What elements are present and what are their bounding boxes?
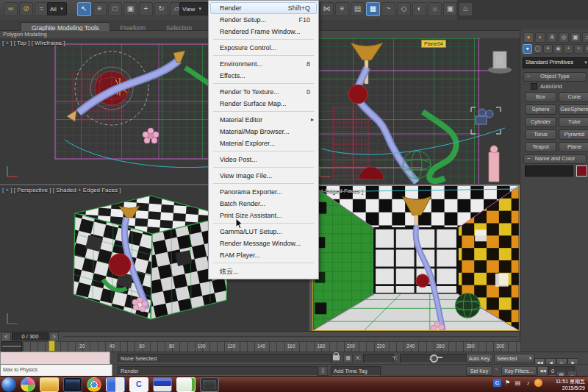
menu-item-gamma-lut-setup[interactable]: Gamma/LUT Setup... (210, 226, 317, 238)
utilities-tab-icon[interactable]: ⌂ (582, 32, 588, 43)
menu-item-panorama-exporter[interactable]: Panorama Exporter... (210, 186, 317, 198)
taskbar-app-pinwheel[interactable] (21, 377, 35, 392)
menu-item-rendered-frame-window[interactable]: Rendered Frame Window... (210, 26, 317, 38)
tray-icon-volume[interactable]: ♪ (524, 379, 532, 387)
material-editor-icon[interactable]: ◐ (412, 2, 426, 16)
rectangular-selection-region-icon[interactable]: □ (108, 2, 122, 16)
unlink-selection-icon[interactable]: ⊘ (19, 2, 33, 16)
object-type-rollout[interactable]: −Object Type (523, 72, 587, 82)
menu-item-exposure-control[interactable]: Exposure Control... (210, 42, 317, 54)
lights-icon[interactable]: ☀ (543, 44, 553, 54)
absolute-offset-mode-icon[interactable]: ▦ (343, 354, 353, 363)
taskbar-app-chrome[interactable] (87, 377, 101, 392)
time-slider-track[interactable] (63, 336, 517, 338)
selection-lock-icon[interactable] (333, 355, 340, 360)
viewport-top-label[interactable]: [ + ] [ Top ] [ Wireframe ] (2, 40, 65, 46)
menu-item-render-setup[interactable]: Render Setup... F10 (210, 14, 317, 26)
taskbar-app-window[interactable] (106, 377, 125, 392)
box-button[interactable]: Box (525, 92, 556, 102)
cameras-icon[interactable]: ◉ (553, 44, 563, 54)
auto-key-button[interactable]: Auto Key (466, 354, 492, 363)
teapot-button[interactable]: Teapot (525, 142, 556, 152)
key-filters-button[interactable]: Key Filters... (501, 366, 537, 376)
manage-layers-icon[interactable]: ▤ (351, 2, 365, 16)
systems-icon[interactable]: ⊙ (584, 44, 588, 54)
menu-item-environment[interactable]: Environment... 8 (210, 58, 317, 70)
plane-button[interactable]: Plane (559, 142, 588, 152)
motion-tab-icon[interactable]: ◎ (559, 32, 569, 43)
render-setup-icon[interactable]: ☼ (428, 2, 442, 16)
selection-filter-dropdown[interactable]: All▼ (47, 2, 67, 15)
new-key-curve-icon[interactable]: ~ (494, 366, 498, 373)
viewport-front[interactable] (312, 38, 520, 184)
current-frame-marker[interactable] (49, 341, 55, 352)
menu-item-render-to-texture[interactable]: Render To Texture... 0 (210, 86, 317, 98)
torus-button[interactable]: Torus (525, 129, 556, 140)
taskbar-app-computer[interactable] (63, 377, 82, 392)
tube-button[interactable]: Tube (559, 117, 588, 127)
tray-icon-wangwang[interactable] (534, 379, 542, 387)
trash-icon[interactable]: ▯ (318, 366, 328, 376)
pyramid-button[interactable]: Pyramid (559, 129, 588, 140)
schematic-view-icon[interactable]: ◇ (397, 2, 411, 16)
menu-item-render[interactable]: Render Shift+Q (210, 2, 317, 14)
space-warps-icon[interactable]: ≈ (574, 44, 584, 54)
modify-tab-icon[interactable]: ◗ (535, 32, 545, 43)
name-and-color-rollout[interactable]: −Name and Color (523, 154, 587, 164)
select-and-move-icon[interactable]: + (139, 2, 153, 16)
menu-item-render-surface-map[interactable]: Render Surface Map... (210, 98, 317, 110)
menu-item-render-message-window[interactable]: Render Message Window... (210, 238, 317, 249)
start-button[interactable] (1, 377, 16, 392)
taskbar-app-explorer[interactable] (40, 377, 59, 392)
select-and-rotate-icon[interactable]: ↻ (154, 2, 168, 16)
y-coord-field[interactable] (400, 354, 431, 363)
mirror-icon[interactable]: ⋈ (320, 2, 334, 16)
select-and-link-icon[interactable]: ∞ (4, 2, 18, 16)
primitives-dropdown[interactable]: Standard Primitives▼ (523, 57, 588, 68)
menu-item-xuanyun[interactable]: 炫云... (210, 266, 317, 277)
viewport-perspective-label[interactable]: [ + ] [ Perspective ] [ Shaded + Edged F… (2, 187, 121, 193)
reference-coordinate-dropdown[interactable]: View▼ (179, 2, 210, 15)
select-by-name-icon[interactable]: ≡ (93, 2, 107, 16)
cylinder-button[interactable]: Cylinder (525, 117, 556, 127)
menu-item-material-editor[interactable]: Material Editor (210, 114, 317, 126)
create-tab-icon[interactable]: ● (523, 32, 534, 43)
add-time-tag-field[interactable]: Add Time Tag (331, 366, 381, 376)
taskbar-app-notepad[interactable] (176, 377, 196, 392)
taskbar-app-capture[interactable] (200, 377, 219, 392)
taskbar-app-save[interactable] (153, 377, 172, 392)
object-name-input[interactable] (525, 165, 573, 177)
menu-item-batch-render[interactable]: Batch Render... (210, 198, 317, 210)
menu-item-material-map-browser[interactable]: Material/Map Browser... (210, 126, 317, 138)
menu-item-print-size-assistant[interactable]: Print Size Assistant... (210, 210, 317, 221)
tray-icon-c[interactable]: C (493, 379, 501, 387)
selection-set-dropdown[interactable]: Selected▼ (494, 354, 534, 363)
geosphere-button[interactable]: GeoSphere (559, 104, 588, 115)
window-crossing-icon[interactable]: ▣ (123, 2, 137, 16)
open-mini-curve-editor-button[interactable] (1, 341, 22, 352)
sphere-button[interactable]: Sphere (525, 104, 556, 115)
menu-item-ram-player[interactable]: RAM Player... (210, 249, 317, 261)
taskbar-app-cajviewer[interactable]: C (129, 377, 148, 392)
geometry-icon[interactable]: ● (523, 44, 532, 54)
track-bar-ruler[interactable]: 0204060801001201401601802002202402602803… (22, 341, 521, 352)
autogrid-checkbox[interactable] (531, 83, 537, 90)
graphite-ribbon-toggle-icon[interactable]: ▦ (366, 2, 380, 16)
tray-icon-flag[interactable]: ⚑ (503, 379, 512, 387)
menu-item-material-explorer[interactable]: Material Explorer... (210, 138, 317, 149)
viewport-camera[interactable]: e + Edged Faces ] (312, 185, 520, 331)
helpers-icon[interactable]: + (564, 44, 573, 54)
align-icon[interactable]: ≡ (335, 2, 349, 16)
shapes-icon[interactable]: ◯ (533, 44, 542, 54)
tray-icon-network[interactable]: ▤ (514, 379, 522, 387)
hierarchy-tab-icon[interactable]: ⋔ (547, 32, 557, 43)
menu-item-effects[interactable]: Effects... (210, 70, 317, 82)
menu-item-view-image-file[interactable]: View Image File... (210, 170, 317, 182)
display-tab-icon[interactable]: ▣ (570, 32, 581, 43)
rendered-frame-window-icon[interactable]: ▣ (443, 2, 457, 16)
render-production-icon[interactable]: ♨ (459, 2, 473, 16)
curve-editor-icon[interactable]: ~ (381, 2, 395, 16)
go-to-start-button2[interactable]: ◀◀ (537, 366, 548, 377)
set-key-button[interactable]: Set Key (466, 366, 492, 376)
select-object-icon[interactable]: ↖ (77, 2, 91, 16)
